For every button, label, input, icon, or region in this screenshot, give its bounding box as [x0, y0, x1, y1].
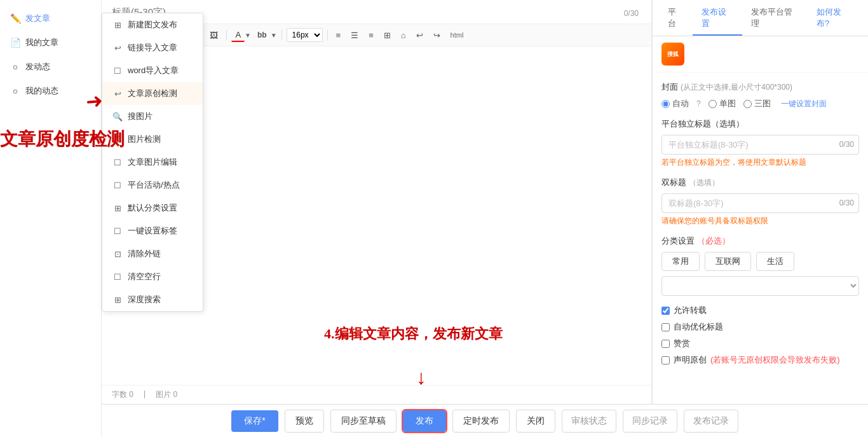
how-to-publish-link[interactable]: 如何发布?: [808, 0, 862, 36]
declare-original-label: 声明原创: [674, 354, 707, 366]
dropdown-one-click-tags[interactable]: ☐ 一键设置标签: [102, 219, 203, 242]
declare-original-input[interactable]: [661, 356, 670, 364]
tab-publish-settings[interactable]: 发布设置: [693, 0, 742, 36]
toolbar-background[interactable]: bb: [254, 29, 271, 41]
radio-triple[interactable]: 三图: [743, 98, 771, 109]
radio-auto[interactable]: 自动: [661, 98, 689, 109]
sidebar-item-dynamics[interactable]: ○ 发动态: [0, 55, 101, 79]
declare-original-hint: (若账号无原创权限会导致发布失败): [710, 354, 840, 366]
dropdown-original-detect[interactable]: ↩ 文章原创检测: [102, 82, 203, 105]
dropdown-new-image-publish[interactable]: ⊞ 新建图文发布: [102, 13, 203, 36]
dropdown-link-import[interactable]: ↩ 链接导入文章: [102, 36, 203, 59]
dropdown-image-detect[interactable]: ☐ 图片检测: [102, 128, 203, 151]
sync-log-button[interactable]: 同步记录: [623, 410, 677, 433]
toolbar-divider-2: [281, 30, 282, 40]
auto-optimize-checkbox[interactable]: 自动优化标题: [661, 321, 859, 333]
praise-input[interactable]: [661, 340, 670, 348]
image-count-label: 图片 0: [156, 389, 177, 400]
platform-icon: 搜狐: [661, 43, 684, 66]
praise-checkbox[interactable]: 赞赏: [661, 338, 859, 349]
radio-triple-input[interactable]: [743, 100, 752, 108]
dropdown-word-import[interactable]: ☐ word导入文章: [102, 59, 203, 82]
one-click-cover-link[interactable]: 一键设置封面: [781, 99, 827, 109]
dropdown-find-image[interactable]: 🔍 搜图片: [102, 105, 203, 128]
category-tag-common[interactable]: 常用: [661, 252, 700, 271]
article-image-edit-icon: ☐: [112, 158, 123, 167]
cover-section: 封面 (从正文中选择,最小尺寸400*300) 自动 ? 单图: [661, 81, 859, 109]
publish-article-icon: ✏️: [10, 13, 20, 24]
review-button[interactable]: 审核状态: [562, 410, 616, 433]
toolbar-undo[interactable]: ↩: [412, 29, 427, 41]
toolbar-dropdown-arrow-1: ▼: [245, 32, 251, 39]
dropdown-menu: ⊞ 新建图文发布 ↩ 链接导入文章 ☐ word导入文章 ↩ 文章原创检测 🔍 …: [102, 13, 203, 312]
editor-footer: 字数 0 | 图片 0: [102, 385, 651, 404]
app-layout: ✏️ 发文章 📄 我的文章 ○ 发动态 ○ 我的动态 ⊞ 新建图文发布 ↩ 链接…: [0, 0, 868, 437]
toolbar-divider-3: [327, 30, 328, 40]
toolbar-font-color[interactable]: A: [231, 29, 245, 42]
word-count: 0: [129, 390, 133, 399]
toolbar-redo[interactable]: ↪: [430, 29, 444, 41]
sidebar-item-publish-article[interactable]: ✏️ 发文章: [0, 6, 101, 31]
platform-title-input[interactable]: [661, 135, 859, 155]
tab-publish-platform-mgmt[interactable]: 发布平台管理: [742, 0, 808, 36]
dropdown-clear-links[interactable]: ⊡ 清除外链: [102, 242, 203, 265]
category-tag-internet[interactable]: 互联网: [705, 252, 751, 271]
dropdown-article-image-edit[interactable]: ☐ 文章图片编辑: [102, 151, 203, 174]
declare-original-checkbox[interactable]: 声明原创 (若账号无原创权限会导致发布失败): [661, 354, 859, 366]
category-tag-life[interactable]: 生活: [756, 252, 794, 271]
sidebar-item-my-articles[interactable]: 📄 我的文章: [0, 31, 101, 55]
preview-button[interactable]: 预览: [285, 410, 324, 433]
platform-row: 搜狐: [653, 36, 868, 73]
sidebar-item-my-dynamics[interactable]: ○ 我的动态: [0, 79, 101, 103]
toolbar-align-right[interactable]: ≡: [365, 29, 377, 41]
dropdown-label-article-image-edit: 文章图片编辑: [128, 156, 177, 168]
auto-optimize-label: 自动优化标题: [674, 321, 723, 333]
one-click-tags-icon: ☐: [112, 226, 123, 236]
dropdown-platform-activity[interactable]: ☐ 平台活动/热点: [102, 174, 203, 197]
category-tags: 常用 互联网 生活: [661, 252, 859, 271]
sidebar-label-my-dynamics: 我的动态: [25, 85, 58, 97]
right-panel-tabs: 平台 发布设置 发布平台管理 如何发布?: [653, 0, 868, 36]
toolbar-align-left[interactable]: ≡: [332, 29, 345, 41]
dropdown-default-category[interactable]: ⊞ 默认分类设置: [102, 197, 203, 219]
dropdown-deep-search[interactable]: ⊞ 深度搜索: [102, 288, 203, 311]
dropdown-label-deep-search: 深度搜索: [128, 294, 161, 305]
dropdown-label-default-category: 默认分类设置: [128, 202, 177, 214]
dual-title-label: 双标题 （选填）: [661, 177, 859, 188]
scheduled-button[interactable]: 定时发布: [452, 410, 510, 433]
allow-repost-input[interactable]: [661, 307, 670, 315]
radio-single-input[interactable]: [709, 100, 717, 108]
title-count: 0/30: [624, 9, 639, 18]
auto-help-icon: ?: [696, 99, 701, 108]
dropdown-clear-blank[interactable]: ☐ 清空空行: [102, 265, 203, 288]
publish-log-button[interactable]: 发布记录: [684, 410, 738, 433]
platform-title-count: 0/30: [839, 140, 854, 149]
allow-repost-checkbox[interactable]: 允许转载: [661, 305, 859, 316]
toolbar-align-center[interactable]: ☰: [347, 29, 362, 41]
main-area: 0/30 H B ❝ ≡ ☰ — 🖼 A ▼ bb ▼: [102, 0, 868, 437]
radio-auto-input[interactable]: [661, 100, 670, 108]
auto-optimize-input[interactable]: [661, 323, 670, 331]
publish-settings: 封面 (从正文中选择,最小尺寸400*300) 自动 ? 单图: [653, 73, 868, 384]
save-button[interactable]: 保存*: [231, 410, 278, 432]
toolbar-link[interactable]: ⌂: [397, 29, 410, 41]
cover-radio-group: 自动 ? 单图 三图 一键设置封面: [661, 98, 859, 109]
image-detect-icon: ☐: [112, 135, 123, 144]
tab-platform[interactable]: 平台: [659, 0, 693, 36]
platform-title-hint: 若平台独立标题为空，将使用文章默认标题: [661, 157, 859, 168]
dropdown-label-clear-blank: 清空空行: [128, 271, 161, 282]
toolbar-binoculars[interactable]: ⊞: [380, 29, 395, 41]
toolbar-html[interactable]: html: [447, 30, 468, 40]
dropdown-label-new-image: 新建图文发布: [128, 19, 177, 31]
category-label: 分类设置 （必选）: [661, 235, 859, 247]
toolbar-image[interactable]: 🖼: [206, 29, 222, 41]
close-button[interactable]: 关闭: [516, 410, 555, 433]
radio-single[interactable]: 单图: [709, 98, 736, 109]
word-import-icon: ☐: [112, 66, 123, 76]
sync-draft-button[interactable]: 同步至草稿: [330, 410, 397, 433]
font-size-select[interactable]: 16px 12px 14px 18px 24px: [287, 28, 323, 42]
publish-button[interactable]: 发布: [403, 410, 446, 432]
category-select[interactable]: [661, 276, 859, 296]
dual-title-input[interactable]: [661, 193, 859, 213]
my-dynamics-icon: ○: [10, 86, 20, 96]
